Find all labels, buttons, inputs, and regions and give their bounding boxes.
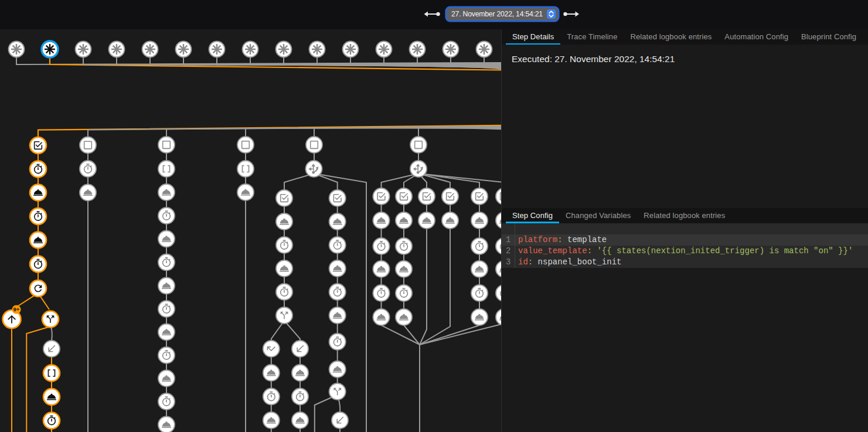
svg-text:9+: 9+	[13, 306, 20, 312]
